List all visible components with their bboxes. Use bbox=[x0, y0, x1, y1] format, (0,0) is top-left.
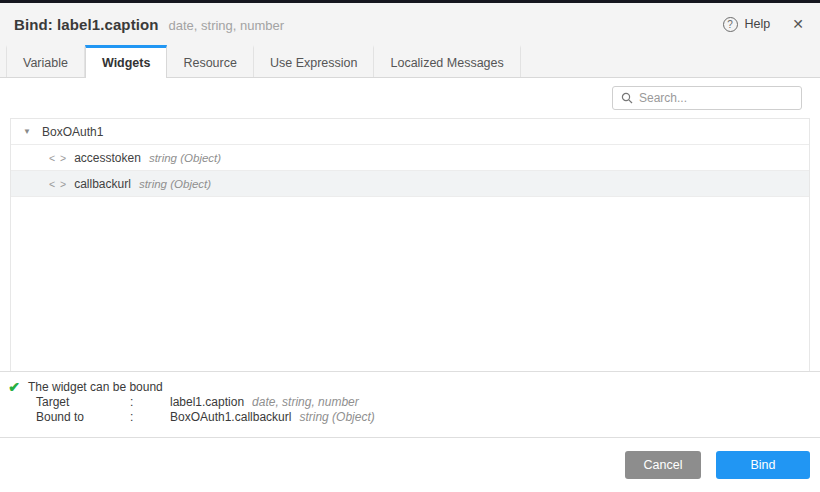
tree-root-label: BoxOAuth1 bbox=[42, 125, 103, 139]
status-panel: ✔ The widget can be bound Target : label… bbox=[0, 371, 820, 437]
search-icon bbox=[621, 92, 633, 104]
tab-localized-messages[interactable]: Localized Messages bbox=[374, 45, 520, 77]
tree-node-label: callbackurl bbox=[74, 177, 131, 191]
search-box[interactable] bbox=[612, 86, 802, 110]
search-row bbox=[0, 78, 820, 118]
dialog-title: Bind: label1.caption bbox=[14, 16, 159, 33]
status-value: BoxOAuth1.callbackurl bbox=[170, 410, 291, 424]
status-label: Bound to bbox=[36, 410, 130, 424]
widget-tree: ▼ BoxOAuth1 < > accesstoken string (Obje… bbox=[10, 118, 810, 371]
tree-node-accesstoken[interactable]: < > accesstoken string (Object) bbox=[11, 145, 809, 171]
status-message: The widget can be bound bbox=[28, 380, 163, 394]
status-message-row: ✔ The widget can be bound bbox=[0, 379, 820, 395]
dialog-footer: Cancel Bind bbox=[0, 437, 820, 492]
header-actions: ? Help ✕ bbox=[723, 17, 804, 32]
help-icon: ? bbox=[723, 17, 738, 32]
tab-resource[interactable]: Resource bbox=[167, 45, 254, 77]
status-row-target: Target : label1.caption date, string, nu… bbox=[0, 395, 820, 410]
status-type: date, string, number bbox=[252, 395, 359, 409]
tab-widgets[interactable]: Widgets bbox=[85, 45, 168, 78]
cancel-button[interactable]: Cancel bbox=[625, 451, 701, 479]
tab-bar: Variable Widgets Resource Use Expression… bbox=[0, 45, 820, 78]
title-wrap: Bind: label1.caption date, string, numbe… bbox=[14, 16, 284, 33]
status-value: label1.caption bbox=[170, 395, 244, 409]
tree-node-label: accesstoken bbox=[74, 151, 141, 165]
tree-node-type: string (Object) bbox=[149, 152, 221, 164]
status-label: Target bbox=[36, 395, 130, 409]
help-button[interactable]: ? Help bbox=[723, 17, 771, 32]
tree-node-callbackurl[interactable]: < > callbackurl string (Object) bbox=[11, 171, 809, 197]
caret-down-icon[interactable]: ▼ bbox=[23, 128, 37, 136]
status-row-bound-to: Bound to : BoxOAuth1.callbackurl string … bbox=[0, 410, 820, 425]
bind-dialog: Bind: label1.caption date, string, numbe… bbox=[0, 0, 820, 492]
close-icon[interactable]: ✕ bbox=[792, 17, 804, 31]
property-icon: < > bbox=[49, 178, 67, 190]
help-label: Help bbox=[745, 17, 771, 31]
tree-node-root[interactable]: ▼ BoxOAuth1 bbox=[11, 119, 809, 145]
tree-node-type: string (Object) bbox=[139, 178, 211, 190]
status-colon: : bbox=[130, 395, 170, 409]
tab-variable[interactable]: Variable bbox=[6, 45, 85, 77]
status-type: string (Object) bbox=[299, 410, 374, 424]
check-icon: ✔ bbox=[0, 380, 28, 394]
status-colon: : bbox=[130, 410, 170, 424]
bind-button[interactable]: Bind bbox=[716, 451, 810, 479]
dialog-subtitle: date, string, number bbox=[169, 18, 285, 33]
tab-use-expression[interactable]: Use Expression bbox=[254, 45, 375, 77]
dialog-header: Bind: label1.caption date, string, numbe… bbox=[0, 3, 820, 45]
search-input[interactable] bbox=[639, 91, 793, 105]
property-icon: < > bbox=[49, 152, 67, 164]
